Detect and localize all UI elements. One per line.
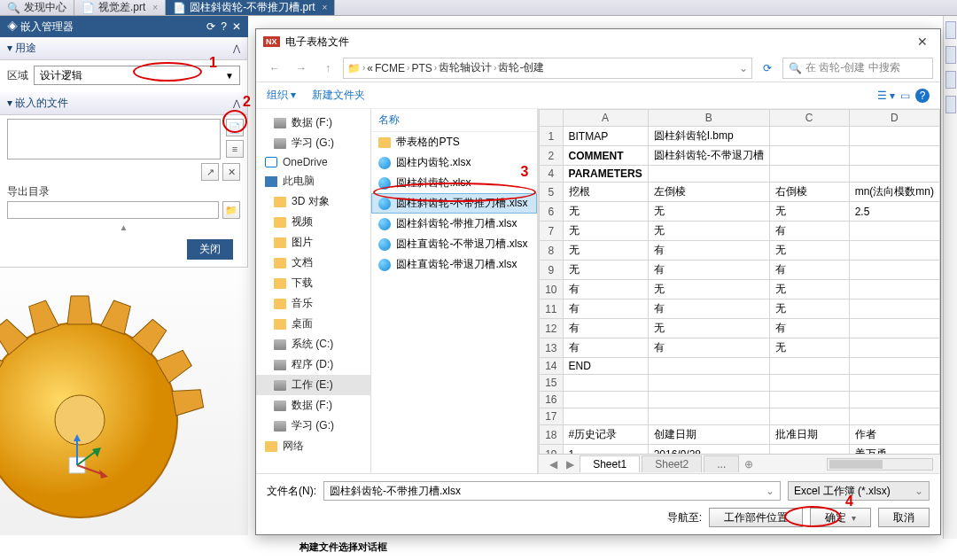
close-icon[interactable]: × (323, 3, 328, 12)
file-dialog: NX电子表格文件 ✕ ← → ↑ 📁 ›« FCME› PTS› 齿轮轴设计› … (255, 28, 941, 535)
tree-item[interactable]: 数据 (F:) (256, 113, 370, 133)
file-item[interactable]: 圆柱斜齿轮-不带推刀槽.xlsx (371, 193, 537, 214)
sheet-hscroll[interactable] (827, 458, 933, 471)
file-item[interactable]: 圆柱斜齿轮.xlsx (371, 173, 537, 193)
tree-item[interactable]: OneDrive (256, 153, 370, 171)
tab-discover[interactable]: 🔍发现中心 (0, 0, 74, 15)
sheet-add-icon[interactable]: ⊕ (741, 458, 757, 471)
sheet-preview: ABCD1BITMAP圆柱斜齿轮I.bmp2COMMENT圆柱斜齿轮-不带退刀槽… (538, 109, 940, 473)
tree-item[interactable]: 程序 (D:) (256, 354, 370, 375)
region-combo[interactable]: 设计逻辑▼ (34, 66, 240, 85)
nav-fwd-icon: → (290, 58, 313, 79)
file-item[interactable]: 圆柱直齿轮-不带退刀槽.xlsx (371, 234, 537, 254)
sheet-nav-next-icon[interactable]: ▶ (563, 458, 578, 471)
files-pane: 名称 3 带表格的PTS圆柱内齿轮.xlsx圆柱斜齿轮.xlsx圆柱斜齿轮-不带… (371, 109, 538, 473)
workpart-location-button[interactable]: 工作部件位置 (709, 508, 803, 527)
tree-item[interactable]: 系统 (C:) (256, 334, 370, 354)
browse-icon[interactable]: 📄 (226, 119, 244, 136)
search-input[interactable]: 🔍在 齿轮-创建 中搜索 (782, 58, 933, 79)
files-list[interactable]: 3 带表格的PTS圆柱内齿轮.xlsx圆柱斜齿轮.xlsx圆柱斜齿轮-不带推刀槽… (371, 132, 537, 473)
help-icon[interactable]: ? (221, 20, 227, 33)
new-folder-button[interactable]: 新建文件夹 (312, 88, 365, 103)
filename-input[interactable]: 圆柱斜齿轮-不带推刀槽.xlsx⌄ (323, 481, 781, 501)
list-icon[interactable]: ≡ (226, 140, 244, 158)
tree-item[interactable]: 工作 (E:) (256, 375, 370, 395)
sheet-tab-1[interactable]: Sheet1 (580, 455, 640, 472)
tree-item[interactable]: 学习 (G:) (256, 416, 370, 436)
tree-item[interactable]: 数据 (F:) (256, 395, 370, 416)
expand-icon[interactable]: ↗ (201, 163, 219, 181)
export-dir-label: 导出目录 (0, 183, 247, 199)
nav-back-icon[interactable]: ← (263, 58, 286, 79)
nav-up-icon[interactable]: ↑ (316, 58, 339, 79)
tab-parallax[interactable]: 📄视觉差.prt× (74, 0, 166, 15)
3d-viewport[interactable] (0, 269, 248, 535)
breadcrumb[interactable]: 📁 ›« FCME› PTS› 齿轮轴设计› 齿轮-创建 ⌄ (343, 58, 752, 79)
tree-item[interactable]: 下载 (256, 273, 370, 293)
cancel-button[interactable]: 取消 (878, 508, 930, 527)
svg-marker-4 (74, 434, 81, 441)
sheet-nav-prev-icon[interactable]: ◀ (546, 458, 561, 471)
section-files[interactable]: ▾ 嵌入的文件⋀ (0, 92, 247, 115)
close-icon[interactable]: ✕ (232, 20, 241, 33)
tree-item[interactable]: 文档 (256, 253, 370, 273)
right-tool-strip (943, 16, 957, 539)
sheet-tab-bar: ◀ ▶ Sheet1 Sheet2 ... ⊕ (539, 454, 940, 473)
tree-item[interactable]: 图片 (256, 232, 370, 253)
refresh-icon[interactable]: ⟳ (756, 58, 779, 79)
view-mode-icon[interactable]: ☰ ▾ (877, 89, 895, 102)
tree-item[interactable]: 此电脑 (256, 171, 370, 191)
file-item[interactable]: 圆柱直齿轮-带退刀槽.xlsx (371, 254, 537, 275)
refresh-icon[interactable]: ⟳ (206, 20, 215, 33)
tree-item[interactable]: 学习 (G:) (256, 133, 370, 153)
nx-badge-icon: NX (263, 36, 280, 47)
tree-item[interactable]: 视频 (256, 212, 370, 232)
dialog-titlebar: NX电子表格文件 ✕ (256, 29, 940, 54)
files-header[interactable]: 名称 (371, 109, 537, 132)
svg-marker-6 (99, 470, 108, 478)
tree-item[interactable]: 音乐 (256, 293, 370, 314)
delete-icon[interactable]: ✕ (222, 163, 240, 181)
tree-item[interactable]: 3D 对象 (256, 191, 370, 212)
coordinate-triad (62, 429, 115, 482)
help-icon[interactable]: ? (915, 89, 930, 103)
preview-icon[interactable]: ▭ (900, 89, 910, 102)
sheet-tab-more[interactable]: ... (704, 455, 739, 472)
tree-item[interactable]: 桌面 (256, 314, 370, 334)
filename-label: 文件名(N): (267, 484, 316, 499)
close-icon[interactable]: × (152, 3, 158, 12)
export-dir-input[interactable] (7, 201, 219, 219)
sheet-grid[interactable]: ABCD1BITMAP圆柱斜齿轮I.bmp2COMMENT圆柱斜齿轮-不带退刀槽… (539, 109, 940, 454)
caption-text: 构建文件选择对话框 (300, 541, 387, 554)
region-label: 区域 (7, 68, 28, 83)
file-item[interactable]: 圆柱内齿轮.xlsx (371, 152, 537, 173)
close-button[interactable]: 关闭 (187, 239, 233, 260)
embedded-manager-header: ◈ 嵌入管理器 ⟳?✕ (0, 16, 248, 37)
organize-menu[interactable]: 组织 ▾ (267, 88, 296, 103)
folder-tree[interactable]: 数据 (F:)学习 (G:)OneDrive此电脑3D 对象视频图片文档下载音乐… (256, 109, 371, 473)
embedded-files-list[interactable] (7, 119, 221, 159)
file-item[interactable]: 圆柱斜齿轮-带推刀槽.xlsx (371, 214, 537, 234)
tree-item[interactable]: 网络 (256, 436, 370, 456)
embedded-manager-body: ▾ 用途⋀ 区域 设计逻辑▼ 1 ▾ 嵌入的文件⋀ 📄 ≡ 2 ↗ ✕ 导出目录… (0, 37, 248, 268)
tab-gear-part[interactable]: 📄圆柱斜齿轮-不带推刀槽.prt× (166, 0, 335, 15)
ok-button[interactable]: 确定▾ (810, 508, 871, 527)
filetype-combo[interactable]: Excel 工作簿 (*.xlsx)⌄ (788, 481, 930, 501)
app-tab-bar: 🔍发现中心 📄视觉差.prt× 📄圆柱斜齿轮-不带推刀槽.prt× (0, 0, 957, 16)
sheet-tab-2[interactable]: Sheet2 (642, 455, 702, 472)
file-item[interactable]: 带表格的PTS (371, 132, 537, 152)
navto-label: 导航至: (667, 510, 702, 525)
dialog-close-icon[interactable]: ✕ (912, 35, 933, 49)
browse-folder-icon[interactable]: 📁 (222, 201, 240, 219)
section-use[interactable]: ▾ 用途⋀ (0, 37, 247, 60)
